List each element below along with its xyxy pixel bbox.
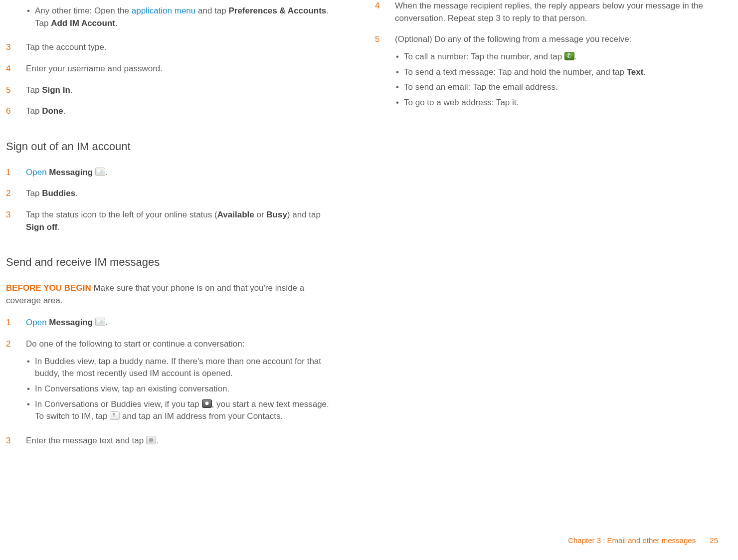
chapter-label: Chapter 3 : Email and other messages <box>568 536 696 545</box>
bullet: In Buddies view, tap a buddy name. If th… <box>26 356 335 380</box>
bold: Text <box>627 67 644 77</box>
step-body: Tap the account type. <box>26 41 335 54</box>
bullet: In Conversations or Buddies view, if you… <box>26 398 335 423</box>
step-4: 4 Enter your username and password. <box>6 63 335 75</box>
step-body: Open Messaging . <box>26 317 335 329</box>
text: To send a text message: Tap and hold the… <box>404 67 627 77</box>
sr-step-1: 1 Open Messaging . <box>6 317 335 329</box>
step-body: (Optional) Do any of the following from … <box>395 33 704 112</box>
heading-send-receive: Send and receive IM messages <box>6 254 335 270</box>
step-body: Tap Buddies. <box>26 187 335 200</box>
step-number: 6 <box>6 105 26 118</box>
text: To call a number: Tap the number, and ta… <box>404 52 564 61</box>
signout-step-2: 2 Tap Buddies. <box>6 187 335 200</box>
step-number: 1 <box>6 317 26 329</box>
signout-step-3: 3 Tap the status icon to the left of you… <box>6 209 335 233</box>
text: (Optional) Do any of the following from … <box>395 34 631 44</box>
text: and tap <box>195 6 228 15</box>
text: . <box>105 168 108 177</box>
step-body: When the message recipient replies, the … <box>395 0 704 24</box>
bold: Available <box>217 210 254 219</box>
step-6: 6 Tap Done. <box>6 105 335 118</box>
send-icon <box>146 436 156 444</box>
bullet: To go to a web address: Tap it. <box>395 97 704 109</box>
messaging-icon <box>95 168 105 176</box>
text: and tap an IM address from your Contacts… <box>120 411 283 421</box>
step-body: Enter the message text and tap . <box>26 435 335 447</box>
step-body: Tap Done. <box>26 105 335 118</box>
bullet: To send an email: Tap the email address. <box>395 81 704 94</box>
open-link[interactable]: Open <box>26 318 47 327</box>
step-3: 3 Tap the account type. <box>6 41 335 54</box>
text: Tap <box>26 188 42 198</box>
text: In Conversations or Buddies view, if you… <box>35 399 202 409</box>
bold: Messaging <box>49 168 93 177</box>
text: Enter the message text and tap <box>26 436 146 445</box>
sr-step-2: 2 Do one of the following to start or co… <box>6 338 335 426</box>
step-number: 1 <box>6 167 26 179</box>
text: Tap <box>26 106 42 116</box>
bullet: To call a number: Tap the number, and ta… <box>395 51 704 63</box>
bullet: To send a text message: Tap and hold the… <box>395 66 704 79</box>
messaging-icon <box>95 318 105 326</box>
step-number: 3 <box>6 435 26 447</box>
right-column: 4 When the message recipient replies, th… <box>375 0 704 456</box>
bold: Done <box>42 106 63 116</box>
contact-icon <box>110 411 120 420</box>
text: Tap <box>26 85 42 95</box>
bold: Preferences & Accounts <box>228 6 326 15</box>
bold: Add IM Account <box>51 18 115 28</box>
step-5: 5 Tap Sign In. <box>6 84 335 97</box>
step-number: 2 <box>6 338 26 351</box>
new-message-icon <box>202 399 212 408</box>
step-number: 3 <box>6 209 26 221</box>
page-footer: Chapter 3 : Email and other messages 25 <box>568 535 718 546</box>
text: . <box>70 85 73 95</box>
text: . <box>75 188 78 198</box>
byb-label: BEFORE YOU BEGIN <box>6 283 91 293</box>
text: . <box>105 318 108 327</box>
bold: Messaging <box>49 318 93 327</box>
application-menu-link[interactable]: application menu <box>132 6 196 15</box>
text: ) and tap <box>287 210 321 219</box>
text: Tap the status icon to the left of your … <box>26 210 217 219</box>
r-step-5: 5 (Optional) Do any of the following fro… <box>375 33 704 112</box>
left-column: Any other time: Open the application men… <box>6 0 335 456</box>
continued-list: Any other time: Open the application men… <box>26 5 335 29</box>
sr-step-3: 3 Enter the message text and tap . <box>6 435 335 447</box>
bold: Sign In <box>42 85 70 95</box>
step-number: 4 <box>375 0 395 12</box>
heading-sign-out: Sign out of an IM account <box>6 139 335 155</box>
step-number: 3 <box>6 41 26 54</box>
text: . <box>63 106 66 116</box>
text: Any other time: Open the <box>35 6 132 15</box>
r-step-4: 4 When the message recipient replies, th… <box>375 0 704 24</box>
step-body: Do one of the following to start or cont… <box>26 338 335 426</box>
before-you-begin: BEFORE YOU BEGIN Make sure that your pho… <box>6 282 335 307</box>
text: . <box>115 18 118 28</box>
step-number: 4 <box>6 63 26 75</box>
text: . <box>156 436 159 445</box>
open-link[interactable]: Open <box>26 168 47 177</box>
page-number: 25 <box>710 536 718 545</box>
phone-icon <box>564 52 574 60</box>
text: . <box>574 52 577 61</box>
step-number: 5 <box>375 33 395 46</box>
bold: Busy <box>266 210 287 219</box>
step-body: Tap the status icon to the left of your … <box>26 209 335 233</box>
bold: Buddies <box>42 188 75 198</box>
step-number: 2 <box>6 187 26 200</box>
step-body: Open Messaging . <box>26 167 335 179</box>
bold: Sign off <box>26 222 57 232</box>
text: Do one of the following to start or cont… <box>26 339 244 349</box>
step-body: Tap Sign In. <box>26 84 335 97</box>
text: . <box>643 67 646 77</box>
bullet: In Conversations view, tap an existing c… <box>26 383 335 395</box>
bullet-other-time: Any other time: Open the application men… <box>26 5 335 29</box>
text: . <box>57 222 60 232</box>
text: or <box>254 210 267 219</box>
step-number: 5 <box>6 84 26 97</box>
step-body: Enter your username and password. <box>26 63 335 75</box>
signout-step-1: 1 Open Messaging . <box>6 167 335 179</box>
